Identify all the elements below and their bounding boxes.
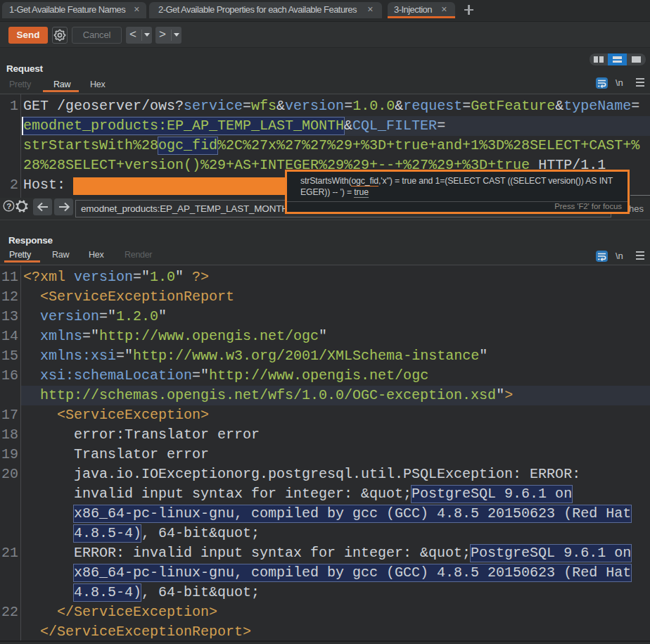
- svg-text:?: ?: [6, 202, 11, 210]
